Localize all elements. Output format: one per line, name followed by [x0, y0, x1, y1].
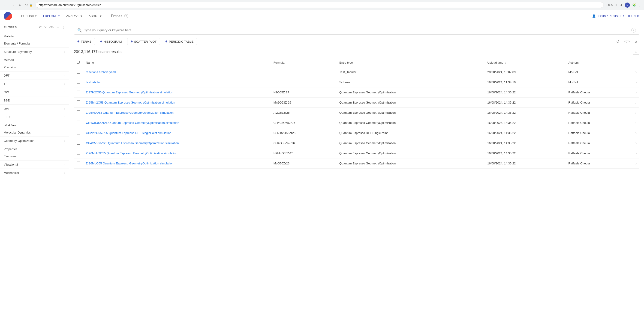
header-right: 👤 LOGIN / REGISTER ⚙ UNITS — [592, 14, 640, 18]
row-checkbox-cell — [74, 67, 83, 77]
scatter-plot-button[interactable]: + SCATTER PLOT — [127, 38, 160, 45]
th-formula: Formula — [271, 58, 336, 67]
filters-label: FILTERS — [4, 25, 17, 29]
filter-bse[interactable]: BSE › — [0, 96, 69, 105]
shield-icon: 🛡 — [25, 3, 28, 7]
histogram-button[interactable]: + HISTOGRAM — [97, 38, 125, 45]
filter-label: Electronic — [4, 154, 17, 158]
row-checkbox[interactable] — [77, 80, 80, 84]
filter-label: Molecular Dynamics — [4, 131, 31, 134]
filter-tb[interactable]: TB › — [0, 80, 69, 88]
row-navigate-cell: › — [630, 148, 640, 158]
clear-filters-button[interactable]: ✕ — [44, 25, 47, 29]
grid-view-button[interactable]: ⊞ — [633, 49, 640, 55]
filter-dft[interactable]: DFT › — [0, 71, 69, 80]
nav-about[interactable]: ABOUT ▾ — [86, 13, 104, 19]
more-filters-button[interactable]: ⋮ — [61, 25, 65, 29]
row-navigate-button[interactable]: › — [636, 141, 636, 145]
select-all-checkbox[interactable] — [77, 61, 80, 64]
toolbar-right: ↺ </> ∧ — [614, 38, 640, 45]
row-navigate-button[interactable]: › — [636, 70, 636, 74]
filter-gw[interactable]: GW › — [0, 88, 69, 96]
filter-label: TB — [4, 82, 8, 85]
row-checkbox[interactable] — [77, 100, 80, 104]
row-formula: CH4CdO55Zr26 — [271, 118, 336, 128]
forward-button[interactable]: → — [10, 2, 16, 8]
chevron-right-icon: › — [64, 163, 65, 166]
units-button[interactable]: ⚙ UNITS — [628, 14, 640, 18]
filter-vibrational[interactable]: Vibrational › — [0, 160, 69, 169]
chevron-right-icon: › — [64, 66, 65, 69]
row-entry-type: Quantum Espresso DFT SinglePoint — [336, 128, 484, 138]
row-navigate-button[interactable]: › — [636, 131, 636, 135]
row-upload-time: 16/08/2024, 14:35:22 — [484, 118, 566, 128]
row-navigate-button[interactable]: › — [636, 151, 636, 155]
back-button[interactable]: ← — [3, 2, 8, 8]
row-navigate-button[interactable]: › — [636, 90, 636, 94]
reload-button[interactable]: ↻ — [18, 2, 22, 8]
filter-molecular-dynamics[interactable]: Molecular Dynamics › — [0, 128, 69, 137]
row-navigate-button[interactable]: › — [636, 161, 636, 166]
row-entry-type: Quantum Espresso GeometryOptimization — [336, 148, 484, 158]
row-checkbox[interactable] — [77, 151, 80, 155]
collapse-toolbar-button[interactable]: ∧ — [633, 38, 640, 45]
code-view-button[interactable]: </> — [49, 25, 54, 29]
chevron-right-icon: › — [64, 131, 65, 134]
login-button[interactable]: 👤 LOGIN / REGISTER — [592, 14, 624, 18]
nav-analyze[interactable]: ANALYZE ▾ — [64, 13, 85, 19]
row-upload-time: 16/08/2024, 14:35:22 — [484, 87, 566, 97]
filter-label: Geometry Optimization — [4, 139, 34, 142]
row-checkbox[interactable] — [77, 110, 80, 114]
filter-mechanical[interactable]: Mechanical › — [0, 169, 69, 177]
row-checkbox[interactable] — [77, 161, 80, 165]
help-icon[interactable]: ? — [124, 14, 128, 18]
row-checkbox[interactable] — [77, 121, 80, 124]
filter-precision[interactable]: Precision › — [0, 63, 69, 71]
filter-geometry-optimization[interactable]: Geometry Optimization › — [0, 137, 69, 145]
row-navigate-button[interactable]: › — [636, 121, 636, 125]
filter-eels[interactable]: EELS › — [0, 113, 69, 121]
row-upload-time: 20/08/2024, 13:07:09 — [484, 67, 566, 77]
workflow-section-label: Workflow — [0, 121, 69, 128]
row-authors: Mo Sol — [566, 77, 630, 87]
filter-electronic[interactable]: Electronic › — [0, 152, 69, 160]
profile-icon: N — [625, 2, 630, 7]
filter-label: DMFT — [4, 107, 12, 110]
row-checkbox[interactable] — [77, 131, 80, 134]
terms-button[interactable]: + TERMS — [74, 38, 95, 45]
nav-publish[interactable]: PUBLISH ▾ — [18, 13, 40, 19]
th-entry-type: Entry type — [336, 58, 484, 67]
reset-filters-button[interactable]: ↺ — [38, 25, 42, 29]
back-filters-button[interactable]: ← — [56, 25, 60, 29]
filter-structure-symmetry[interactable]: Structure / Symmetry › — [0, 48, 69, 56]
row-navigate-button[interactable]: › — [636, 111, 636, 115]
row-authors: Raffaele Cheula — [566, 118, 630, 128]
row-checkbox[interactable] — [77, 90, 80, 94]
filter-elements-formula[interactable]: Elements / Formula › — [0, 39, 69, 48]
chevron-right-icon: › — [64, 171, 65, 175]
method-section-label: Method — [0, 56, 69, 63]
code-query-button[interactable]: </> — [622, 38, 632, 44]
periodic-table-button[interactable]: + PERIODIC TABLE — [162, 38, 197, 45]
filter-dmft[interactable]: DMFT › — [0, 105, 69, 113]
row-navigate-cell: › — [630, 67, 640, 77]
row-name: reactions.archive.yaml — [83, 67, 271, 77]
reset-query-button[interactable]: ↺ — [614, 38, 621, 45]
zoom-level: 80% — [606, 3, 612, 7]
results-count-row: 20/13,116,177 search results ⊞ — [74, 49, 640, 55]
row-upload-time: 16/08/2024, 14:35:22 — [484, 97, 566, 108]
filter-label: Vibrational — [4, 163, 18, 166]
search-input[interactable] — [84, 28, 629, 32]
th-upload-time[interactable]: Upload time ↓ — [484, 58, 566, 67]
row-checkbox[interactable] — [77, 141, 80, 145]
address-bar[interactable]: https://nomad-lab.eu/prod/v1/gui/search/… — [36, 2, 604, 8]
table-row: Zr26MnH2O55 Quantum Espresso GeometryOpt… — [74, 148, 640, 158]
row-checkbox-cell — [74, 128, 83, 138]
row-navigate-cell: › — [630, 118, 640, 128]
nav-explore[interactable]: EXPLORE ▾ — [40, 13, 62, 19]
row-formula — [271, 77, 336, 87]
row-navigate-button[interactable]: › — [636, 80, 636, 84]
row-navigate-button[interactable]: › — [636, 100, 636, 105]
row-checkbox[interactable] — [77, 70, 80, 73]
search-help-icon[interactable]: ? — [631, 28, 636, 32]
